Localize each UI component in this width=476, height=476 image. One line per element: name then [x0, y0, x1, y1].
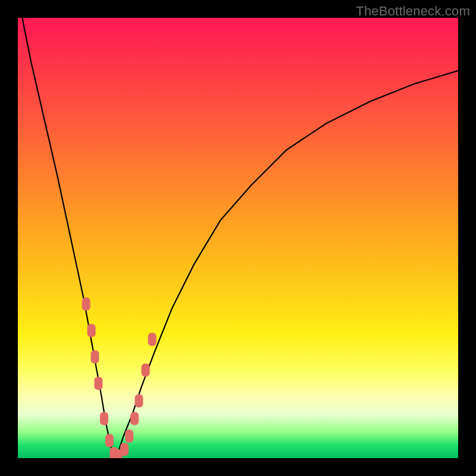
- curve-marker: [100, 412, 108, 425]
- curve-marker: [120, 443, 129, 456]
- curve-marker: [105, 434, 114, 447]
- curve-marker: [87, 324, 96, 337]
- chart-svg: [18, 18, 458, 458]
- curve-marker: [125, 430, 133, 443]
- curve-marker: [148, 333, 156, 346]
- outer-frame: TheBottleneck.com: [0, 0, 476, 476]
- curve-marker: [130, 412, 139, 425]
- curve-marker: [135, 394, 143, 408]
- curve-marker: [94, 377, 102, 390]
- plot-area: [18, 18, 458, 458]
- curve-marker: [142, 364, 150, 377]
- curve-marker: [82, 298, 90, 311]
- curve-marker: [91, 350, 99, 364]
- bottleneck-curve: [22, 18, 458, 458]
- watermark-text: TheBottleneck.com: [356, 4, 470, 19]
